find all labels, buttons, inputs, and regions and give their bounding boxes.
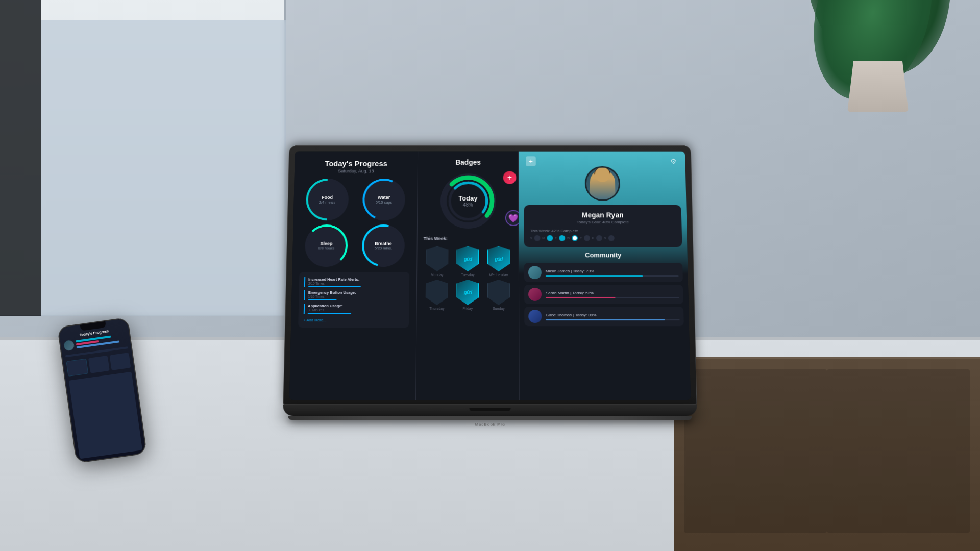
community-info-micah: Micah James | Today: 73% [546,269,679,277]
week-dot-t2 [584,235,590,241]
week-dot-label-t1: T [555,237,557,240]
shield-sunday [487,280,510,305]
alert-emergency: Emergency Button Usage: 1/10 Times [304,290,404,300]
alert-app-usage: Application Usage: 30 Minutes [304,304,404,314]
week-dot-s2 [608,235,614,241]
community-member-micah: Micah James | Today: 73% [524,263,683,282]
community-section: Community Micah James | Today: 73% [519,251,689,334]
sleep-value: 8/8 hours [318,246,334,251]
window-glass [41,20,286,316]
week-badge-sunday: Sunday [485,280,512,310]
community-bar-track-sarah [546,296,679,298]
laptop-feet [288,416,692,420]
badge-day-thursday: Thursday [429,307,444,310]
shield-logo-tuesday: gūd [464,256,472,262]
badge-day-tuesday: Tuesday [461,273,475,277]
badge-day-monday: Monday [431,273,444,277]
week-dot-label-f: F [592,237,594,240]
week-dot-label-s1: S [530,237,532,240]
plant [817,0,919,255]
laptop-notch [469,408,510,411]
shield-friday: gūd [456,280,479,305]
alert-app-usage-bar [308,313,351,314]
alert-heart-rate-title: Increased Heart Rate Alerts: [308,277,404,282]
badge-day-wednesday: Wednesday [489,273,508,277]
water-value: 5/10 cups [376,200,392,205]
week-badge-thursday: Thursday [423,280,451,310]
phone-avatar [63,340,75,352]
badge-day-sunday: Sunday [493,307,505,310]
today-ring-wrapper: Today 48% + 💜 [424,171,512,231]
avatar-figure [590,170,615,200]
sleep-label: Sleep [320,241,332,246]
shield-wednesday: gūd [487,246,510,272]
laptop-screen-outer: Today's Progress Saturday, Aug. 18 Food … [283,145,697,405]
cabinet-panel-right [827,369,970,533]
badges-title: Badges [424,158,512,166]
alert-heart-rate: Increased Heart Rate Alerts: 2/10 Times [304,277,404,287]
badge-day-friday: Friday [463,307,473,310]
week-badge-tuesday: gūd Tuesday [454,246,481,277]
profile-week: This Week: 42% Complete [530,229,676,233]
shield-logo-friday: gūd [464,289,472,295]
laptop-feet-wrapper [283,416,697,420]
alert-emergency-title: Emergency Button Usage: [308,290,404,295]
gear-button[interactable]: ⚙ [668,156,678,166]
badges-panel: Badges Today [416,152,520,400]
avatar [584,166,620,201]
metrics-grid: Food 2/4 meals Water 5/10 cups Sleep 8/8… [300,179,410,267]
profile-name: Megan Ryan [530,211,675,219]
community-bar-track-micah [546,275,679,277]
community-member-sarah: Sarah Martin | Today: 52% [524,285,683,304]
week-dot-label-m: M [542,237,545,240]
progress-subtitle: Saturday, Aug. 18 [302,169,410,174]
community-name-micah: Micah James | Today: 73% [546,269,679,273]
alerts-section: Increased Heart Rate Alerts: 2/10 Times … [298,272,409,328]
today-label: Today [458,194,477,202]
phone-content [69,372,142,459]
window-frame [0,0,286,316]
shield-logo-wednesday: gūd [495,256,502,262]
laptop: Today's Progress Saturday, Aug. 18 Food … [282,145,697,427]
week-dot-w [572,235,578,241]
week-dots: S M T W T F S [530,235,676,241]
alert-heart-rate-bar [308,286,361,287]
community-avatar-micah [528,266,542,279]
week-dot-m [547,235,553,241]
week-dot-label-w: W [567,237,570,240]
profile-goal: Today's Goal: 48% Complete [530,220,675,224]
metric-food: Food 2/4 meals [306,179,349,220]
phone-metric-3 [110,353,131,370]
laptop-screen: Today's Progress Saturday, Aug. 18 Food … [289,152,691,400]
avatar-head [595,167,610,182]
community-info-sarah: Sarah Martin | Today: 52% [546,290,679,298]
community-bar-gabe [546,319,665,320]
week-badge-monday: Monday [423,246,451,277]
shield-bg-thursday [426,280,448,305]
phone-metric-2 [88,356,110,373]
week-badge-friday: gūd Friday [454,280,482,310]
breathe-value: 5/20 mins. [375,246,393,251]
community-bar-micah [546,275,643,277]
plant-pot [847,61,909,112]
week-dot-s1 [534,235,541,241]
today-percent: 48% [458,202,477,208]
metric-water: Water 5/10 cups [362,179,405,220]
this-week-label: This Week: [424,236,512,241]
alert-app-usage-title: Application Usage: [308,304,404,308]
alert-emergency-bar [308,299,337,300]
shield-bg-sunday [487,280,510,305]
week-dot-label-s2: S [604,237,606,240]
add-badge-button[interactable]: + [503,171,517,184]
shield-thursday [426,280,448,305]
profile-panel: + ⚙ Megan Ryan Today's Goal: 48% Complet… [519,152,691,400]
add-more-button[interactable]: + Add More... [303,317,404,322]
community-name-gabe: Gabe Thomas | Today: 89% [546,313,679,317]
week-dot-label-t2: T [580,237,582,240]
week-dot-t1 [559,235,565,241]
community-info-gabe: Gabe Thomas | Today: 89% [546,313,679,320]
avatar-wrapper [519,166,686,201]
plus-button[interactable]: + [526,156,536,166]
breathe-label: Breathe [375,241,391,246]
food-label: Food [322,195,333,200]
